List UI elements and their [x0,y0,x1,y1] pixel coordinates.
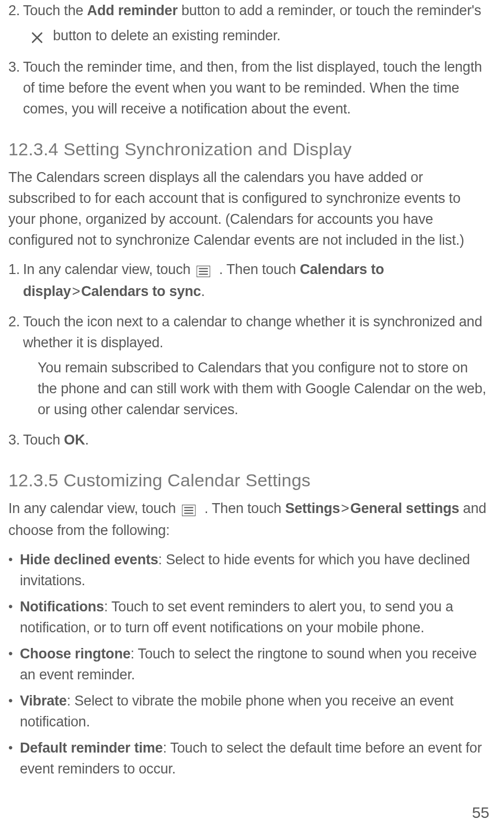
text: . [85,432,88,448]
paragraph: Touch the Add reminder button to add a r… [23,0,489,21]
breadcrumb-separator: > [71,283,82,299]
text: Touch the [23,3,87,18]
bullet-body: Notifications: Touch to set event remind… [20,596,489,638]
bullet-item: • Choose ringtone: Touch to select the r… [8,643,489,685]
list-body: Touch the icon next to a calendar to cha… [23,311,489,424]
bullet-item: • Hide declined events: Select to hide e… [8,549,489,591]
text: button to add a reminder, or touch the r… [178,3,482,18]
bullet-item: • Notifications: Touch to set event remi… [8,596,489,638]
section-intro: In any calendar view, touch . Then touch… [8,498,489,541]
bullet-body: Choose ringtone: Touch to select the rin… [20,643,489,685]
paragraph: Touch OK. [23,429,489,450]
text: button to delete an existing reminder. [49,28,281,43]
paragraph: Hide declined events: Select to hide eve… [20,549,489,591]
paragraph: Touch the icon next to a calendar to cha… [23,311,489,353]
list-item-3: 3. Touch the reminder time, and then, fr… [8,56,489,123]
bullet-marker: • [8,549,20,591]
bold-label: Add reminder [87,3,178,18]
list-number: 2. [8,311,23,424]
menu-icon [182,499,196,520]
text: . Then touch [215,261,300,277]
list-number: 2. [8,0,23,51]
page-content: 2. Touch the Add reminder button to add … [0,0,504,831]
list-item-1: 1. In any calendar view, touch . Then to… [8,259,489,306]
bullet-marker: • [8,737,20,779]
paragraph: Default reminder time: Touch to select t… [20,737,489,779]
section-heading-1234: 12.3.4 Setting Synchronization and Displ… [8,139,489,160]
paragraph: Touch the reminder time, and then, from … [23,56,489,119]
breadcrumb-separator: > [340,500,350,516]
bullet-body: Default reminder time: Touch to select t… [20,737,489,779]
paragraph: In any calendar view, touch . Then touch… [23,259,489,302]
paragraph: Notifications: Touch to set event remind… [20,596,489,638]
section-heading-1235: 12.3.5 Customizing Calendar Settings [8,470,489,491]
menu-icon [197,260,210,281]
paragraph: Choose ringtone: Touch to select the rin… [20,643,489,685]
bullet-body: Vibrate: Select to vibrate the mobile ph… [20,690,489,732]
bold-label: Choose ringtone [20,646,131,662]
list-body: In any calendar view, touch . Then touch… [23,259,489,306]
list-body: Touch OK. [23,429,489,454]
list-number: 1. [8,259,23,306]
bullet-item: • Vibrate: Select to vibrate the mobile … [8,690,489,732]
bullet-marker: • [8,596,20,638]
text: In any calendar view, touch [8,500,180,516]
bold-label: Notifications [20,599,104,614]
bold-label: Vibrate [20,693,67,709]
bold-label: Calendars to sync [81,283,201,299]
list-body: Touch the reminder time, and then, from … [23,56,489,123]
bullet-marker: • [8,643,20,685]
close-icon [30,26,44,47]
page-number: 55 [472,804,489,822]
text: . Then touch [201,500,285,516]
bold-label: Hide declined events [20,552,158,567]
bullet-item: • Default reminder time: Touch to select… [8,737,489,779]
bold-label: Settings [285,500,340,516]
text: : Select to vibrate the mobile phone whe… [20,693,453,730]
bullet-marker: • [8,690,20,732]
text: . [201,283,204,299]
note: You remain subscribed to Calendars that … [38,357,489,420]
text: In any calendar view, touch [23,261,194,277]
list-number: 3. [8,429,23,454]
list-item-3b: 3. Touch OK. [8,429,489,454]
bold-label: General settings [350,500,459,516]
list-item-2: 2. Touch the Add reminder button to add … [8,0,489,51]
paragraph: Vibrate: Select to vibrate the mobile ph… [20,690,489,732]
section-intro: The Calendars screen displays all the ca… [8,167,489,251]
list-body: Touch the Add reminder button to add a r… [23,0,489,51]
bold-label: Default reminder time [20,740,163,756]
list-number: 3. [8,56,23,123]
text: Touch [23,432,64,448]
bullet-body: Hide declined events: Select to hide eve… [20,549,489,591]
paragraph: button to delete an existing reminder. [23,25,489,47]
bold-label: OK [64,432,85,448]
list-item-2b: 2. Touch the icon next to a calendar to … [8,311,489,424]
note-text: You remain subscribed to Calendars that … [38,357,489,420]
